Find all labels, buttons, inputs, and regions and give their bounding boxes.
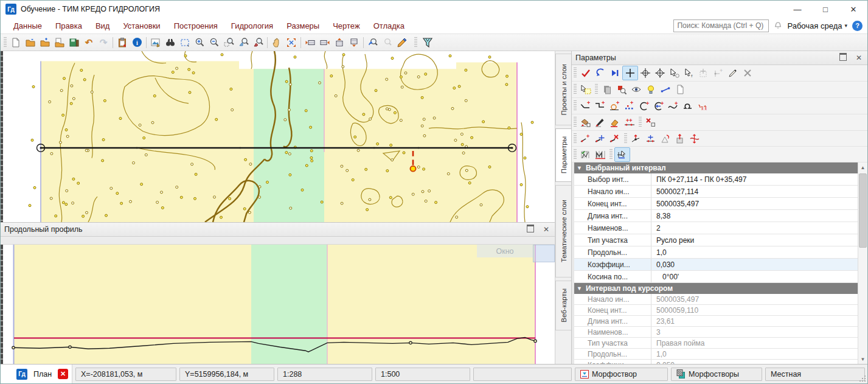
step-forward-icon[interactable] [608,66,622,80]
property-row[interactable]: Начало ин...5000027,114 [574,186,858,198]
add-arc-icon[interactable]: + [637,99,651,113]
frame-select-icon[interactable] [178,36,192,49]
property-row[interactable]: Конец инт...5000035,497 [574,198,858,210]
node-direction-icon[interactable] [629,132,644,145]
menu-vid[interactable]: Вид [89,21,117,30]
profile-view[interactable]: Окно [1,245,555,364]
menu-ustanovki[interactable]: Установки [116,21,167,30]
zoom-object-icon[interactable] [251,36,265,49]
section-header-selected-interval[interactable]: ▼ Выбранный интервал [574,162,858,173]
menu-otladka[interactable]: Отладка [367,21,411,30]
arc-rebuild-icon[interactable]: x x [695,99,710,113]
map-canvas[interactable] [3,51,555,222]
cursor-select-circle-icon[interactable] [667,66,682,80]
profile-m-icon[interactable] [593,148,608,161]
minimize-button[interactable]: — [783,1,811,18]
pan-hand-icon[interactable] [269,36,284,49]
scroll-up-icon[interactable] [332,36,347,49]
cursor-select-text-icon[interactable]: т [682,66,696,80]
zoom-next-icon[interactable] [380,36,395,49]
toolbar-grip[interactable] [4,37,7,48]
zoom-prev-icon[interactable] [366,36,380,49]
property-row[interactable]: Тип участкаРусло реки [574,234,858,246]
crosshair-mode-icon[interactable] [622,66,638,80]
zoom-out-icon[interactable] [207,36,221,49]
scroll-left-icon[interactable] [303,36,318,49]
filter-funnel-icon[interactable] [420,36,435,49]
property-row-highlighted[interactable]: Коэффици...0,030 [574,259,858,271]
image-export-icon[interactable] [148,36,163,49]
menu-chertezh[interactable]: Чертеж [326,21,366,30]
undo-icon[interactable]: ↶ [82,36,96,49]
scroll-thumb[interactable] [859,173,867,248]
add-points-icon[interactable]: + [622,99,637,113]
interval-delete-icon[interactable] [608,132,622,145]
interval-add-icon[interactable]: + [578,132,593,145]
diamond-target-icon[interactable] [653,66,667,80]
capture-area-icon[interactable] [696,66,711,80]
copy-doc-icon[interactable] [52,36,67,49]
menu-gidrologiya[interactable]: Гидрология [224,21,280,30]
binoculars-icon[interactable] [163,36,178,49]
add-nodes-icon[interactable]: ++ [622,116,637,129]
select-region-cursor-icon[interactable] [578,83,593,96]
save-all-icon[interactable] [67,36,82,49]
search-object-icon[interactable] [614,83,629,96]
cut-knife-icon[interactable] [593,116,608,129]
visibility-eye-icon[interactable] [629,83,644,96]
redo-icon[interactable]: ↷ [96,36,111,49]
open-folder-icon[interactable] [23,36,38,49]
property-row[interactable]: Наименов...3 [574,327,858,338]
center-target-icon[interactable] [638,66,653,80]
property-row[interactable]: Начало ин...5000035,497 [574,294,858,305]
section-header-cursor-interval[interactable]: ▼ Интервал под курсором [574,283,858,294]
scroll-right-icon[interactable] [318,36,332,49]
delete-object-icon[interactable] [644,116,658,129]
tab-projects-layers[interactable]: Проекты и слои [555,54,571,125]
add-curve-icon[interactable]: + [578,99,593,113]
fit-extents-icon[interactable] [284,36,299,49]
close-panel-icon[interactable]: ✕ [541,225,551,234]
property-row[interactable]: Косина по...0°00' [574,271,858,283]
window-resize-grip[interactable] [859,375,866,382]
map-viewport[interactable] [1,51,555,223]
workspace-selector[interactable]: Рабочая среда [787,21,842,30]
insert-node-icon[interactable]: + [711,66,726,80]
profile-panel-header[interactable]: Продольный профиль ✕ [1,223,555,237]
command-search-input[interactable] [673,19,769,32]
property-row[interactable]: Продольн...1,0 [574,246,858,259]
profile-canvas[interactable] [3,245,555,364]
profile-table-check-icon[interactable] [578,148,593,161]
clear-x-icon[interactable] [740,66,755,80]
scroll-up-arrow[interactable]: ▲ [858,162,867,172]
interval-move-icon[interactable] [593,132,608,145]
float-panel-icon[interactable] [838,53,848,63]
blank-page-icon[interactable] [673,83,687,96]
refresh-brush-icon[interactable] [395,36,409,49]
menu-dannye[interactable]: Данные [7,21,49,30]
tab-web-maps[interactable]: Веб-карты [555,281,571,330]
paste-clipboard-icon[interactable] [115,36,130,49]
float-panel-icon[interactable] [526,225,535,234]
parameters-panel-header[interactable]: Параметры ✕ [572,51,867,65]
stretch-curve-icon[interactable] [687,132,702,145]
zoom-window-icon[interactable] [221,36,236,49]
maximize-button[interactable]: □ [811,1,839,18]
menu-pravka[interactable]: Правка [49,21,89,30]
rotate-shape-icon[interactable] [658,132,673,145]
segment-icon[interactable] [658,83,673,96]
property-row[interactable]: Наименов...2 [574,222,858,234]
notification-bell-icon[interactable] [774,21,782,30]
add-arc-direction-icon[interactable]: + [651,99,666,113]
plan-tab-close-icon[interactable]: ✕ [58,369,68,379]
erase-icon[interactable] [608,116,622,129]
edit-move-icon[interactable] [578,116,593,129]
help-icon[interactable]: ? [852,21,863,31]
close-panel-icon[interactable]: ✕ [854,54,864,62]
grid-scrollbar[interactable]: ▲ ▼ [858,162,867,364]
info-icon[interactable]: i [130,36,144,49]
scroll-down-arrow[interactable]: ▼ [858,354,867,364]
new-doc-icon[interactable] [9,36,23,49]
scroll-down-icon[interactable] [347,36,361,49]
raise-object-icon[interactable] [673,132,687,145]
